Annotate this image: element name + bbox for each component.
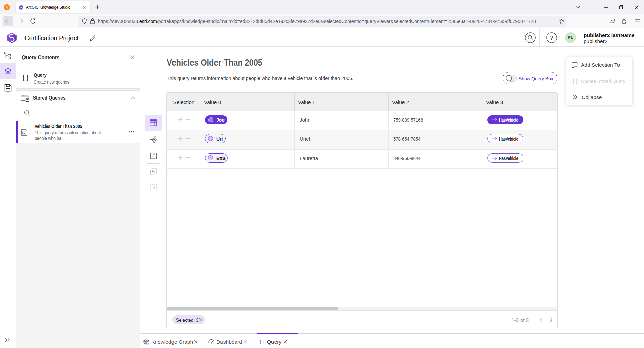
svg-text:?: ? (550, 35, 553, 41)
